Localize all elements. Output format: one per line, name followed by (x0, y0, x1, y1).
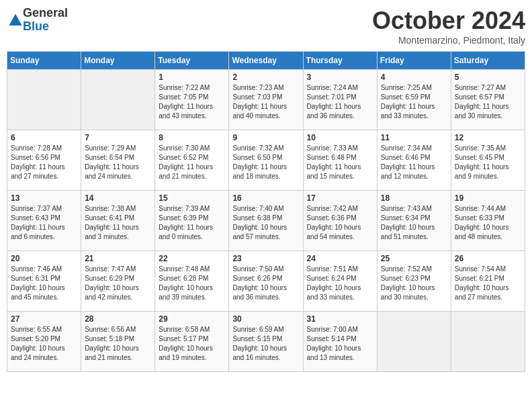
cell-info: Sunrise: 7:24 AM Sunset: 7:01 PM Dayligh… (307, 83, 373, 121)
cell-info: Sunrise: 7:34 AM Sunset: 6:46 PM Dayligh… (381, 144, 447, 181)
cell-info: Sunrise: 7:22 AM Sunset: 7:05 PM Dayligh… (159, 83, 225, 121)
cell-info: Sunrise: 7:51 AM Sunset: 6:24 PM Dayligh… (307, 265, 373, 302)
cell-info: Sunrise: 7:47 AM Sunset: 6:29 PM Dayligh… (85, 265, 151, 302)
logo-icon (8, 13, 23, 28)
day-of-week-header: Tuesday (155, 52, 229, 70)
calendar-table: SundayMondayTuesdayWednesdayThursdayFrid… (7, 51, 525, 372)
calendar-cell: 30Sunrise: 6:59 AM Sunset: 5:15 PM Dayli… (229, 312, 303, 372)
location-subtitle: Montemarzino, Piedmont, Italy (372, 35, 525, 46)
calendar-week-row: 6Sunrise: 7:28 AM Sunset: 6:56 PM Daylig… (7, 130, 525, 191)
calendar-cell: 16Sunrise: 7:40 AM Sunset: 6:38 PM Dayli… (229, 191, 303, 251)
logo: General Blue (7, 7, 68, 34)
month-title: October 2024 (372, 7, 525, 35)
calendar-cell: 26Sunrise: 7:54 AM Sunset: 6:21 PM Dayli… (451, 251, 525, 312)
cell-info: Sunrise: 7:42 AM Sunset: 6:36 PM Dayligh… (307, 204, 373, 242)
cell-info: Sunrise: 6:59 AM Sunset: 5:15 PM Dayligh… (232, 325, 299, 363)
calendar-cell: 14Sunrise: 7:38 AM Sunset: 6:41 PM Dayli… (81, 191, 155, 251)
day-of-week-header: Thursday (303, 52, 377, 70)
day-number: 5 (455, 73, 521, 82)
calendar-cell (377, 312, 451, 372)
day-number: 15 (159, 193, 225, 203)
cell-info: Sunrise: 7:00 AM Sunset: 5:14 PM Dayligh… (307, 325, 373, 363)
cell-info: Sunrise: 7:35 AM Sunset: 6:45 PM Dayligh… (455, 144, 521, 181)
day-number: 16 (232, 193, 299, 203)
cell-info: Sunrise: 6:56 AM Sunset: 5:18 PM Dayligh… (85, 325, 151, 363)
cell-info: Sunrise: 7:25 AM Sunset: 6:59 PM Dayligh… (381, 83, 447, 121)
calendar-cell: 1Sunrise: 7:22 AM Sunset: 7:05 PM Daylig… (155, 70, 229, 130)
day-number: 3 (307, 73, 373, 82)
calendar-week-row: 1Sunrise: 7:22 AM Sunset: 7:05 PM Daylig… (7, 70, 525, 130)
day-number: 1 (159, 73, 225, 82)
calendar-cell: 4Sunrise: 7:25 AM Sunset: 6:59 PM Daylig… (377, 70, 451, 130)
day-of-week-header: Sunday (7, 52, 81, 70)
cell-info: Sunrise: 7:52 AM Sunset: 6:23 PM Dayligh… (381, 265, 447, 302)
cell-info: Sunrise: 7:30 AM Sunset: 6:52 PM Dayligh… (159, 144, 225, 181)
calendar-cell: 18Sunrise: 7:43 AM Sunset: 6:34 PM Dayli… (377, 191, 451, 251)
day-number: 29 (159, 314, 225, 324)
day-number: 9 (232, 133, 299, 142)
day-number: 21 (85, 254, 151, 263)
day-number: 22 (159, 254, 225, 263)
cell-info: Sunrise: 7:32 AM Sunset: 6:50 PM Dayligh… (232, 144, 299, 181)
calendar-cell: 12Sunrise: 7:35 AM Sunset: 6:45 PM Dayli… (451, 130, 525, 191)
day-number: 11 (381, 133, 447, 142)
cell-info: Sunrise: 7:28 AM Sunset: 6:56 PM Dayligh… (11, 144, 77, 181)
cell-info: Sunrise: 7:50 AM Sunset: 6:26 PM Dayligh… (232, 265, 299, 302)
cell-info: Sunrise: 7:27 AM Sunset: 6:57 PM Dayligh… (455, 83, 521, 121)
calendar-cell: 2Sunrise: 7:23 AM Sunset: 7:03 PM Daylig… (229, 70, 303, 130)
day-number: 24 (307, 254, 373, 263)
day-number: 17 (307, 193, 373, 203)
calendar-cell: 13Sunrise: 7:37 AM Sunset: 6:43 PM Dayli… (7, 191, 81, 251)
cell-info: Sunrise: 7:37 AM Sunset: 6:43 PM Dayligh… (11, 204, 77, 242)
cell-info: Sunrise: 7:54 AM Sunset: 6:21 PM Dayligh… (455, 265, 521, 302)
day-of-week-header: Friday (377, 52, 451, 70)
day-of-week-header: Monday (81, 52, 155, 70)
day-number: 28 (85, 314, 151, 324)
cell-info: Sunrise: 7:23 AM Sunset: 7:03 PM Dayligh… (232, 83, 299, 121)
calendar-cell: 25Sunrise: 7:52 AM Sunset: 6:23 PM Dayli… (377, 251, 451, 312)
page-header: General Blue October 2024 Montemarzino, … (7, 7, 525, 46)
day-number: 25 (381, 254, 447, 263)
day-of-week-header: Wednesday (229, 52, 303, 70)
day-number: 4 (381, 73, 447, 82)
calendar-cell: 7Sunrise: 7:29 AM Sunset: 6:54 PM Daylig… (81, 130, 155, 191)
day-number: 20 (11, 254, 77, 263)
calendar-cell: 24Sunrise: 7:51 AM Sunset: 6:24 PM Dayli… (303, 251, 377, 312)
svg-marker-0 (9, 13, 21, 26)
logo-blue-text: Blue (23, 20, 68, 34)
calendar-week-row: 27Sunrise: 6:55 AM Sunset: 5:20 PM Dayli… (7, 312, 525, 372)
cell-info: Sunrise: 7:40 AM Sunset: 6:38 PM Dayligh… (232, 204, 299, 242)
calendar-cell: 6Sunrise: 7:28 AM Sunset: 6:56 PM Daylig… (7, 130, 81, 191)
logo-general-text: General (23, 7, 68, 20)
cell-info: Sunrise: 6:55 AM Sunset: 5:20 PM Dayligh… (11, 325, 77, 363)
calendar-cell: 29Sunrise: 6:58 AM Sunset: 5:17 PM Dayli… (155, 312, 229, 372)
cell-info: Sunrise: 7:33 AM Sunset: 6:48 PM Dayligh… (307, 144, 373, 181)
day-number: 30 (232, 314, 299, 324)
day-number: 8 (159, 133, 225, 142)
calendar-cell: 31Sunrise: 7:00 AM Sunset: 5:14 PM Dayli… (303, 312, 377, 372)
cell-info: Sunrise: 7:29 AM Sunset: 6:54 PM Dayligh… (85, 144, 151, 181)
calendar-week-row: 20Sunrise: 7:46 AM Sunset: 6:31 PM Dayli… (7, 251, 525, 312)
calendar-cell: 20Sunrise: 7:46 AM Sunset: 6:31 PM Dayli… (7, 251, 81, 312)
calendar-cell: 27Sunrise: 6:55 AM Sunset: 5:20 PM Dayli… (7, 312, 81, 372)
calendar-cell: 10Sunrise: 7:33 AM Sunset: 6:48 PM Dayli… (303, 130, 377, 191)
calendar-cell (81, 70, 155, 130)
cell-info: Sunrise: 7:48 AM Sunset: 6:28 PM Dayligh… (159, 265, 225, 302)
day-number: 14 (85, 193, 151, 203)
day-number: 6 (11, 133, 77, 142)
calendar-cell: 22Sunrise: 7:48 AM Sunset: 6:28 PM Dayli… (155, 251, 229, 312)
calendar-header-row: SundayMondayTuesdayWednesdayThursdayFrid… (7, 52, 525, 70)
calendar-cell: 9Sunrise: 7:32 AM Sunset: 6:50 PM Daylig… (229, 130, 303, 191)
calendar-cell: 21Sunrise: 7:47 AM Sunset: 6:29 PM Dayli… (81, 251, 155, 312)
calendar-cell: 3Sunrise: 7:24 AM Sunset: 7:01 PM Daylig… (303, 70, 377, 130)
day-number: 7 (85, 133, 151, 142)
cell-info: Sunrise: 7:38 AM Sunset: 6:41 PM Dayligh… (85, 204, 151, 242)
calendar-cell: 8Sunrise: 7:30 AM Sunset: 6:52 PM Daylig… (155, 130, 229, 191)
day-number: 27 (11, 314, 77, 324)
calendar-cell: 28Sunrise: 6:56 AM Sunset: 5:18 PM Dayli… (81, 312, 155, 372)
cell-info: Sunrise: 7:46 AM Sunset: 6:31 PM Dayligh… (11, 265, 77, 302)
day-number: 23 (232, 254, 299, 263)
calendar-cell: 17Sunrise: 7:42 AM Sunset: 6:36 PM Dayli… (303, 191, 377, 251)
day-of-week-header: Saturday (451, 52, 525, 70)
calendar-cell: 11Sunrise: 7:34 AM Sunset: 6:46 PM Dayli… (377, 130, 451, 191)
